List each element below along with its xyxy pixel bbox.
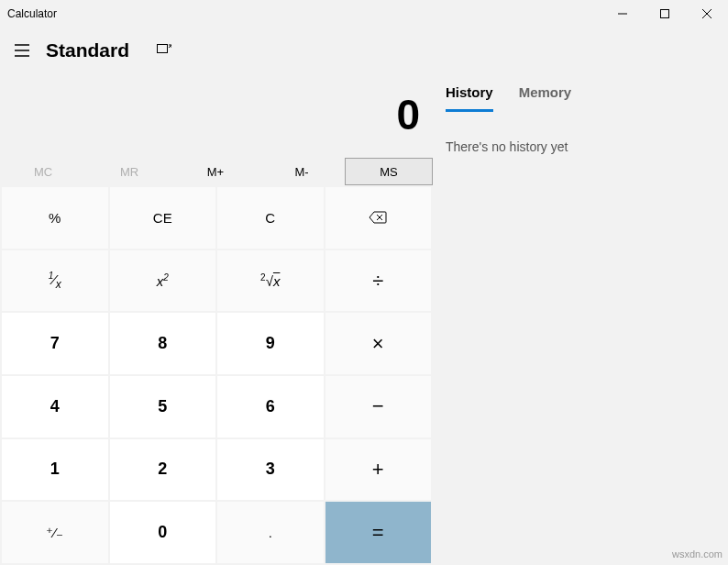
digit-9-button[interactable]: 9: [217, 313, 324, 374]
minus-button[interactable]: −: [325, 376, 432, 438]
tab-history[interactable]: History: [446, 79, 493, 112]
close-button[interactable]: [686, 0, 728, 28]
history-empty-message: There's no history yet: [446, 139, 715, 154]
memory-row: MC MR M+ M- MS: [0, 158, 433, 185]
square-button[interactable]: x2: [110, 250, 216, 312]
backspace-icon: [369, 211, 387, 224]
maximize-icon: [660, 9, 669, 18]
svg-rect-0: [661, 10, 669, 18]
percent-button[interactable]: %: [2, 187, 108, 249]
digit-1-button[interactable]: 1: [2, 439, 108, 501]
square-label: x2: [157, 272, 169, 289]
maximize-button[interactable]: [644, 0, 686, 28]
keep-on-top-button[interactable]: [146, 32, 182, 69]
minimize-button[interactable]: [601, 0, 644, 28]
digit-3-button[interactable]: 3: [217, 439, 324, 501]
tab-memory[interactable]: Memory: [519, 79, 572, 112]
backspace-button[interactable]: [325, 187, 432, 249]
sqrt-button[interactable]: 2√x: [217, 250, 324, 312]
window-controls: [601, 0, 728, 28]
reciprocal-label: 1⁄x: [49, 271, 61, 291]
digit-2-button[interactable]: 2: [110, 439, 216, 501]
header: Standard: [0, 28, 728, 73]
sign-button[interactable]: ⁺⁄₋: [2, 502, 108, 563]
digit-5-button[interactable]: 5: [110, 376, 216, 438]
memory-store-button[interactable]: MS: [345, 158, 433, 185]
digit-6-button[interactable]: 6: [217, 376, 324, 438]
history-panel: History Memory There's no history yet: [433, 73, 728, 565]
equals-button[interactable]: =: [325, 502, 432, 563]
display: 0: [0, 94, 433, 143]
plus-button[interactable]: +: [325, 439, 432, 501]
mode-title: Standard: [46, 39, 129, 61]
clear-entry-button[interactable]: CE: [110, 187, 216, 249]
memory-minus-button[interactable]: M-: [259, 158, 345, 185]
close-icon: [702, 9, 711, 18]
hamburger-icon: [15, 44, 29, 57]
sqrt-label: 2√x: [260, 272, 280, 289]
clear-button[interactable]: C: [217, 187, 324, 249]
memory-clear-button[interactable]: MC: [0, 158, 86, 185]
digit-4-button[interactable]: 4: [2, 376, 108, 438]
keep-on-top-icon: [157, 44, 171, 57]
digit-7-button[interactable]: 7: [2, 313, 108, 374]
reciprocal-button[interactable]: 1⁄x: [2, 250, 108, 312]
app-title: Calculator: [7, 7, 57, 20]
multiply-button[interactable]: ×: [325, 313, 432, 374]
main: 0 MC MR M+ M- MS % CE C 1⁄x x2 2√x ÷ 7 8…: [0, 73, 728, 565]
decimal-button[interactable]: .: [217, 502, 324, 563]
minimize-icon: [618, 9, 627, 18]
divide-button[interactable]: ÷: [325, 250, 432, 312]
memory-plus-button[interactable]: M+: [172, 158, 259, 185]
titlebar: Calculator: [0, 0, 728, 28]
history-tabs: History Memory: [446, 73, 715, 112]
memory-recall-button[interactable]: MR: [86, 158, 172, 185]
watermark: wsxdn.com: [672, 548, 722, 559]
digit-8-button[interactable]: 8: [110, 313, 216, 374]
keypad: % CE C 1⁄x x2 2√x ÷ 7 8 9 × 4 5 6 − 1 2 …: [0, 185, 433, 565]
menu-button[interactable]: [4, 32, 40, 69]
calculator-panel: 0 MC MR M+ M- MS % CE C 1⁄x x2 2√x ÷ 7 8…: [0, 73, 433, 565]
digit-0-button[interactable]: 0: [110, 502, 216, 563]
svg-rect-1: [158, 45, 168, 53]
